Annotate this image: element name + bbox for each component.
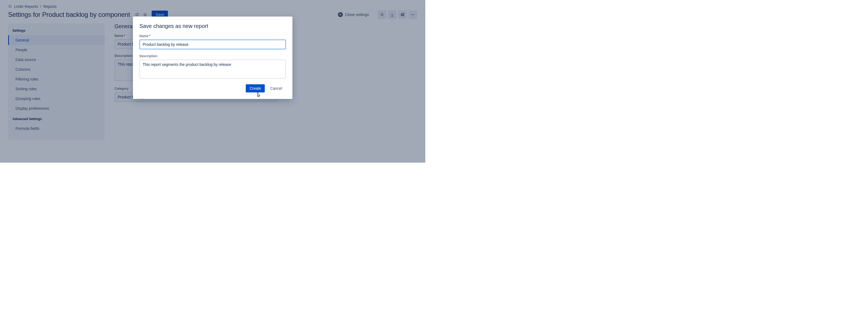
close-icon bbox=[338, 12, 343, 17]
download-icon[interactable] bbox=[388, 10, 397, 19]
sidebar-item-columns[interactable]: Columns bbox=[8, 65, 105, 74]
refresh-icon[interactable] bbox=[378, 10, 386, 19]
page-title-prefix: Settings for bbox=[8, 11, 42, 18]
breadcrumb: Limbr Reports / Reports bbox=[0, 0, 425, 10]
sidebar-item-formula[interactable]: Formula fields bbox=[8, 124, 105, 133]
close-settings-label: Close settings bbox=[345, 12, 369, 17]
sidebar-item-general[interactable]: General bbox=[8, 35, 105, 45]
svg-point-6 bbox=[411, 14, 412, 15]
app-logo-icon bbox=[8, 5, 12, 8]
settings-icon[interactable] bbox=[398, 10, 407, 19]
svg-point-8 bbox=[414, 14, 414, 15]
modal-description-textarea[interactable]: This report segments the product backlog… bbox=[140, 60, 286, 78]
modal-name-input[interactable] bbox=[140, 40, 286, 49]
breadcrumb-reports[interactable]: Reports bbox=[43, 4, 57, 9]
breadcrumb-separator: / bbox=[40, 4, 41, 9]
required-asterisk: * bbox=[124, 34, 125, 38]
svg-point-7 bbox=[412, 14, 413, 15]
close-settings-button[interactable]: Close settings bbox=[336, 10, 371, 19]
page-title: Settings for Product backlog by componen… bbox=[8, 11, 130, 19]
cancel-button[interactable]: Cancel bbox=[267, 84, 286, 92]
svg-point-3 bbox=[403, 13, 404, 14]
save-as-new-modal: Save changes as new report Name* Descrip… bbox=[133, 16, 292, 99]
breadcrumb-app[interactable]: Limbr Reports bbox=[14, 4, 38, 9]
sidebar-item-grouping[interactable]: Grouping rules bbox=[8, 94, 105, 103]
create-button[interactable]: Create bbox=[246, 84, 265, 92]
sidebar-heading-advanced: Advanced Settings bbox=[8, 113, 105, 124]
sidebar-item-people[interactable]: People bbox=[8, 45, 105, 55]
modal-description-label: Description bbox=[140, 54, 286, 58]
sidebar-item-sorting[interactable]: Sorting rules bbox=[8, 84, 105, 94]
svg-point-4 bbox=[401, 14, 402, 15]
settings-sidebar: Settings General People Data source Colu… bbox=[8, 23, 105, 140]
modal-title: Save changes as new report bbox=[140, 23, 286, 29]
page-title-report: Product backlog by component bbox=[42, 11, 130, 18]
more-icon[interactable] bbox=[408, 10, 417, 19]
sidebar-item-datasource[interactable]: Data source bbox=[8, 55, 105, 65]
sidebar-item-display[interactable]: Display preferences bbox=[8, 103, 105, 113]
required-asterisk: * bbox=[149, 34, 150, 38]
modal-name-label: Name* bbox=[140, 34, 286, 38]
sidebar-heading-settings: Settings bbox=[8, 29, 105, 35]
sidebar-item-filtering[interactable]: Filtering rules bbox=[8, 74, 105, 84]
svg-point-5 bbox=[403, 15, 403, 16]
